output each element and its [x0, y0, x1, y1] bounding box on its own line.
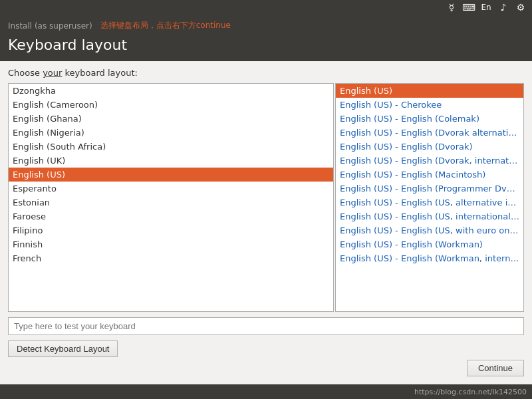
right-list-item[interactable]: English (US) - English (Dvorak, internat…	[336, 154, 523, 168]
left-list-item[interactable]: English (Ghana)	[9, 112, 333, 126]
accessibility-icon[interactable]: ☿	[444, 0, 459, 15]
volume-icon[interactable]: ♪	[496, 0, 511, 15]
left-list-item[interactable]: English (South Africa)	[9, 140, 333, 154]
bottom-url: https://blog.csdn.net/lk142500	[414, 388, 527, 396]
right-list-item[interactable]: English (US) - English (Workman)	[336, 237, 523, 251]
choose-underline: your	[43, 68, 62, 78]
right-list-item[interactable]: English (US)	[336, 84, 523, 98]
installer-window: Install (as superuser) 选择键盘布局，点击右下方conti…	[0, 15, 532, 384]
detect-keyboard-button[interactable]: Detect Keyboard Layout	[8, 340, 118, 357]
choose-label: Choose your keyboard layout:	[8, 68, 524, 78]
right-list-item[interactable]: English (US) - English (Dvorak alternati…	[336, 126, 523, 140]
continue-button[interactable]: Continue	[467, 360, 524, 376]
chinese-annotation: 选择键盘布局，点击右下方continue	[100, 20, 231, 31]
settings-icon[interactable]: ⚙	[513, 0, 528, 15]
test-input-area	[8, 317, 524, 335]
detect-button-area: Detect Keyboard Layout	[8, 340, 524, 357]
left-list-item[interactable]: Dzongkha	[9, 84, 333, 98]
nav-buttons: Continue	[8, 357, 524, 379]
right-list-item[interactable]: English (US) - English (Dvorak)	[336, 140, 523, 154]
left-list-item[interactable]: English (UK)	[9, 154, 333, 168]
left-list-item[interactable]: English (Cameroon)	[9, 98, 333, 112]
language-indicator[interactable]: En	[479, 0, 493, 15]
page-heading: Keyboard layout	[8, 33, 524, 56]
right-list-item[interactable]: English (US) - English (Workman, interna…	[336, 251, 523, 265]
install-label: Install (as superuser)	[8, 21, 92, 31]
left-list-item[interactable]: English (US)	[9, 168, 333, 182]
left-list-item[interactable]: Filipino	[9, 223, 333, 237]
window-header: Install (as superuser) 选择键盘布局，点击右下方conti…	[0, 15, 532, 61]
right-list-item[interactable]: English (US) - English (US, internationa…	[336, 209, 523, 223]
right-list-item[interactable]: English (US) - English (US, with euro on…	[336, 223, 523, 237]
layout-left-list[interactable]: DzongkhaEnglish (Cameroon)English (Ghana…	[8, 83, 334, 312]
bottom-bar: https://blog.csdn.net/lk142500	[0, 384, 532, 399]
layout-right-list[interactable]: English (US)English (US) - CherokeeEngli…	[335, 83, 524, 312]
left-list-item[interactable]: Faroese	[9, 209, 333, 223]
content-area: Choose your keyboard layout: DzongkhaEng…	[0, 61, 532, 384]
lists-container: DzongkhaEnglish (Cameroon)English (Ghana…	[8, 83, 524, 312]
left-list-item[interactable]: French	[9, 251, 333, 265]
right-list-item[interactable]: English (US) - Cherokee	[336, 98, 523, 112]
keyboard-icon[interactable]: ⌨	[462, 0, 476, 15]
left-list-item[interactable]: English (Nigeria)	[9, 126, 333, 140]
right-list-item[interactable]: English (US) - English (Programmer Dvora…	[336, 182, 523, 196]
top-bar: ☿ ⌨ En ♪ ⚙	[0, 0, 532, 15]
left-list-item[interactable]: Estonian	[9, 196, 333, 209]
left-list-item[interactable]: Esperanto	[9, 182, 333, 196]
right-list-item[interactable]: English (US) - English (Macintosh)	[336, 168, 523, 182]
right-list-item[interactable]: English (US) - English (Colemak)	[336, 112, 523, 126]
keyboard-test-input[interactable]	[8, 317, 524, 335]
right-list-item[interactable]: English (US) - English (US, alternative …	[336, 196, 523, 209]
left-list-item[interactable]: Finnish	[9, 237, 333, 251]
